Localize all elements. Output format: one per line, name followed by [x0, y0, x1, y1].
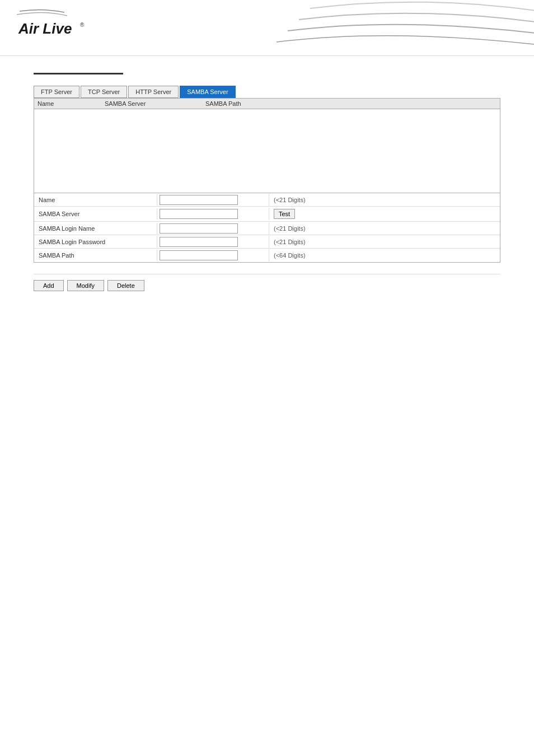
- hint-name: (<21 Digits): [269, 194, 500, 206]
- input-cell-login-name: [157, 222, 269, 235]
- tab-ftp[interactable]: FTP Server: [34, 86, 79, 98]
- hint-login-password: (<21 Digits): [269, 236, 500, 248]
- main-area: Name SAMBA Server SAMBA Path Name (<21 D…: [34, 98, 500, 263]
- hint-samba-server: Test: [269, 207, 500, 221]
- header: Air Live ®: [0, 0, 534, 56]
- form-row-samba-path: SAMBA Path (<64 Digits): [34, 249, 500, 262]
- tabs-container: FTP Server TCP Server HTTP Server SAMBA …: [34, 86, 500, 98]
- form-row-login-password: SAMBA Login Password (<21 Digits): [34, 235, 500, 249]
- input-cell-name: [157, 194, 269, 206]
- list-header: Name SAMBA Server SAMBA Path: [34, 99, 500, 109]
- input-samba-path[interactable]: [160, 250, 238, 260]
- label-samba-server: SAMBA Server: [34, 208, 157, 220]
- form-row-name: Name (<21 Digits): [34, 193, 500, 207]
- tab-tcp[interactable]: TCP Server: [81, 86, 127, 98]
- input-login-name[interactable]: [160, 223, 238, 234]
- test-button[interactable]: Test: [274, 209, 295, 219]
- form-row-samba-server: SAMBA Server Test: [34, 207, 500, 222]
- input-cell-login-password: [157, 236, 269, 248]
- col-samba-server: SAMBA Server: [105, 100, 205, 107]
- label-samba-path: SAMBA Path: [34, 250, 157, 261]
- svg-text:Air Live: Air Live: [18, 20, 72, 37]
- col-name: Name: [38, 100, 105, 107]
- tab-samba[interactable]: SAMBA Server: [180, 86, 235, 98]
- tab-http[interactable]: HTTP Server: [128, 86, 179, 98]
- form-row-login-name: SAMBA Login Name (<21 Digits): [34, 222, 500, 235]
- label-login-password: SAMBA Login Password: [34, 236, 157, 248]
- label-name: Name: [34, 194, 157, 206]
- list-body: [34, 109, 500, 193]
- action-buttons: Add Modify Delete: [34, 274, 500, 291]
- hint-login-name: (<21 Digits): [269, 223, 500, 234]
- logo: Air Live ®: [14, 7, 98, 48]
- label-login-name: SAMBA Login Name: [34, 223, 157, 234]
- input-login-password[interactable]: [160, 237, 238, 247]
- hint-samba-path: (<64 Digits): [269, 250, 500, 261]
- header-decoration: [254, 0, 534, 56]
- delete-button[interactable]: Delete: [107, 280, 144, 291]
- input-name[interactable]: [160, 195, 238, 205]
- modify-button[interactable]: Modify: [67, 280, 104, 291]
- input-cell-samba-path: [157, 249, 269, 262]
- input-samba-server[interactable]: [160, 209, 238, 219]
- col-samba-path: SAMBA Path: [205, 100, 496, 107]
- svg-text:®: ®: [80, 22, 85, 28]
- section-underline: [34, 73, 123, 74]
- input-cell-samba-server: [157, 208, 269, 220]
- page-content: FTP Server TCP Server HTTP Server SAMBA …: [0, 56, 534, 308]
- add-button[interactable]: Add: [34, 280, 64, 291]
